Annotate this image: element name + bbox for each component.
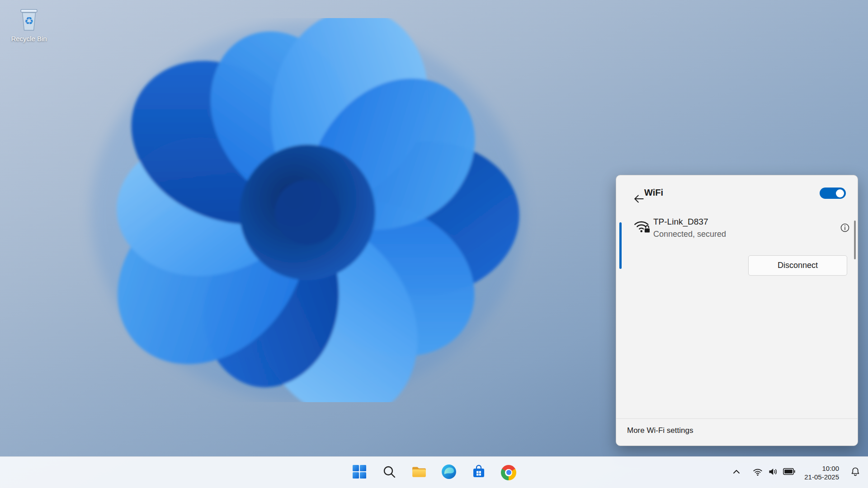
more-wifi-settings-link[interactable]: More Wi-Fi settings xyxy=(627,426,693,435)
svg-text:♻: ♻ xyxy=(24,15,34,27)
network-status: Connected, secured xyxy=(653,230,726,239)
panel-divider xyxy=(616,418,858,419)
file-explorer-button[interactable] xyxy=(410,464,428,482)
start-button[interactable] xyxy=(350,464,368,482)
volume-icon xyxy=(768,466,778,479)
disconnect-button-label: Disconnect xyxy=(778,261,818,270)
panel-scrollbar[interactable] xyxy=(854,221,856,259)
wifi-toggle[interactable] xyxy=(820,188,846,199)
clock-date: 21-05-2025 xyxy=(804,473,839,481)
clock-time: 10:00 xyxy=(804,464,839,473)
taskbar-clock[interactable]: 10:00 21-05-2025 xyxy=(804,464,839,481)
selected-item-accent xyxy=(619,222,622,269)
notification-center-button[interactable] xyxy=(848,465,863,481)
wifi-secured-icon xyxy=(633,218,651,234)
network-name[interactable]: TP-Link_D837 xyxy=(653,217,708,227)
chrome-button[interactable] xyxy=(500,464,518,482)
disconnect-button[interactable]: Disconnect xyxy=(748,255,847,276)
network-info-button[interactable] xyxy=(833,216,846,229)
taskbar: 10:00 21-05-2025 xyxy=(0,456,868,488)
toggle-knob xyxy=(836,189,844,197)
system-tray: 10:00 21-05-2025 xyxy=(730,457,863,488)
search-icon xyxy=(382,465,396,481)
microsoft-store-icon xyxy=(472,465,486,481)
quick-settings-button[interactable] xyxy=(752,466,795,479)
wifi-flyout-panel: WiFi TP-Link_D837 Connected, secured xyxy=(616,175,858,446)
windows-start-icon xyxy=(352,465,367,481)
tray-overflow-button[interactable] xyxy=(730,465,743,480)
chrome-icon xyxy=(501,465,516,480)
chevron-up-icon xyxy=(731,467,741,479)
taskbar-center-icons xyxy=(350,464,518,482)
wifi-icon xyxy=(752,466,763,479)
recycle-bin[interactable]: ♻ Recycle Bin xyxy=(6,5,52,42)
recycle-bin-label: Recycle Bin xyxy=(11,35,47,42)
wallpaper-bloom xyxy=(72,18,556,402)
recycle-bin-icon: ♻ xyxy=(18,5,40,33)
edge-icon xyxy=(441,464,457,481)
microsoft-store-button[interactable] xyxy=(470,464,488,482)
file-explorer-icon xyxy=(411,464,427,481)
battery-icon xyxy=(783,468,795,477)
back-button[interactable] xyxy=(625,185,641,201)
panel-title: WiFi xyxy=(644,188,663,198)
edge-button[interactable] xyxy=(440,464,458,482)
notification-bell-icon xyxy=(850,466,861,479)
search-button[interactable] xyxy=(380,464,398,482)
